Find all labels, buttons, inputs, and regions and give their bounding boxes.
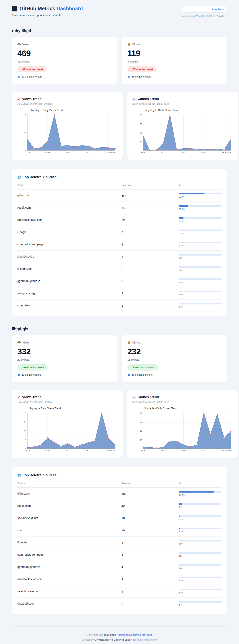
referral-count: 2 [122, 602, 179, 605]
unique-count: 63 unique visitors [22, 374, 41, 376]
svg-text:03/29: 03/29 [226, 152, 231, 154]
title-accent: Dashboard [56, 6, 83, 12]
delta-badge: ↓ 68% vs last week [17, 66, 46, 72]
svg-text:13: 13 [140, 141, 142, 143]
table-row: rubystacknews.com 72 11.3% [17, 214, 222, 226]
svg-text:03/25: 03/25 [201, 152, 206, 154]
referral-percent: 21.9% [179, 205, 222, 210]
globe-icon [17, 175, 21, 179]
referral-count: 8 [122, 230, 179, 234]
dashboard-page: GitHub Metrics Dashboard Traffic analyti… [6, 0, 233, 644]
referral-count: 4 [122, 292, 179, 295]
column-referrals: Referrals [122, 184, 179, 186]
footer-line-2: Created by Germán Alberto Giménez Silva … [12, 638, 227, 642]
table-row: ggerman.github.io 6 0.9% [17, 275, 222, 287]
referral-count: 388 [122, 492, 179, 495]
svg-text:03/22: 03/22 [181, 450, 186, 452]
percent-bar-track [179, 217, 222, 219]
table-row: reddit.com 140 21.9% [17, 202, 222, 214]
section-libgd-gis: libgd-gis Views 332 23 avg/day ↑ 116% vs… [12, 327, 227, 614]
referral-percent: 1.3% [179, 242, 222, 247]
svg-text:03/29: 03/29 [111, 152, 115, 154]
svg-text:0: 0 [141, 448, 142, 450]
percent-label: 2.1% [179, 530, 222, 533]
svg-text:03/19: 03/19 [45, 152, 50, 154]
percent-bar-track [179, 303, 222, 304]
svg-text:116: 116 [23, 412, 26, 414]
percent-label: 0.3% [179, 306, 222, 308]
chart-card-subtitle: Daily views over the last 30 days [17, 102, 118, 105]
referral-percent: 0.8% [179, 564, 222, 570]
percent-label: 1.3% [179, 232, 222, 235]
views-stat-card: Views 332 23 avg/day ↑ 116% vs last week… [12, 335, 117, 382]
percent-bar-fill [179, 528, 180, 529]
views-trend-card: Views Trend Daily views over the last 30… [12, 92, 123, 160]
referral-count: 2 [122, 304, 179, 307]
unique-count: 55 unique cloners [132, 75, 151, 78]
svg-text:03/22: 03/22 [181, 152, 186, 154]
svg-text:03/16: 03/16 [25, 152, 30, 154]
percent-bar-fill [179, 491, 214, 492]
percent-bar-track [179, 291, 222, 292]
page-header: GitHub Metrics Dashboard Traffic analyti… [12, 6, 227, 18]
referral-count: 140 [122, 206, 179, 210]
referral-percent: 1.3% [179, 266, 222, 271]
referral-source: t.co [17, 529, 122, 532]
svg-text:03/25: 03/25 [86, 450, 90, 452]
percent-bar-fill [179, 564, 179, 566]
referral-count: 384 [122, 194, 179, 197]
percent-label: 60.0% [179, 196, 222, 198]
people-icon [128, 373, 130, 376]
title-primary: GitHub Metrics [20, 6, 55, 12]
percent-label: 1.3% [179, 269, 222, 271]
percent-bar-track [179, 278, 222, 280]
views-trend-chart: ruby-libgd - Daily Views Trend0448913417… [19, 108, 118, 156]
referral-percent: 0.4% [179, 601, 222, 606]
footer-line-3: Data from GitHub API • Historical data s… [12, 642, 227, 644]
svg-text:39: 39 [140, 123, 142, 125]
views-stat-card: Views 469 33 avg/day ↓ 68% vs last week … [12, 37, 117, 84]
clones-stat-card: Clones 119 8 avg/day ↓ 70% vs last week … [122, 37, 227, 84]
svg-text:53: 53 [140, 114, 142, 116]
stat-label: Views [22, 43, 30, 46]
chart-card-title: Views Trend [22, 97, 42, 101]
percent-bar-fill [179, 589, 179, 590]
svg-text:ruby-libgd - Daily Clones Tren: ruby-libgd - Daily Clones Trend [144, 109, 179, 112]
percent-bar-fill [179, 503, 182, 505]
percent-label: 0.4% [179, 604, 222, 606]
table-row: rubystacknews.com 4 0.8% [17, 573, 222, 586]
clones-trend-card: Clones Trend Daily clones over the last … [128, 92, 238, 160]
percent-label: 0.8% [179, 579, 222, 582]
referral-percent: 0.9% [179, 278, 222, 284]
stat-avg: 8 avg/day [128, 60, 222, 63]
percent-bar-fill [179, 217, 184, 219]
svg-text:03/28: 03/28 [222, 450, 226, 452]
header-right: Live Data Last updated: March 31, 2026 a… [181, 6, 227, 18]
referral-table-header: Source Referrals % [17, 184, 222, 190]
svg-text:58: 58 [24, 430, 26, 432]
chart-increasing-icon [16, 97, 20, 101]
percent-bar-track [179, 503, 222, 505]
referral-percent: 60.0% [179, 193, 222, 198]
column-source: Source [17, 482, 122, 485]
referral-count: 8 [122, 255, 179, 258]
referral-percent: 0.8% [179, 576, 222, 582]
package-icon [128, 341, 131, 344]
repo-link[interactable]: github.com/ggerman/ruby-libgd [118, 634, 152, 636]
unique-count: 121 unique visitors [22, 75, 42, 78]
percent-bar-track [179, 242, 222, 243]
percent-bar-fill [179, 540, 179, 542]
percent-bar-fill [179, 242, 179, 243]
stat-value: 119 [128, 49, 222, 58]
svg-text:0: 0 [26, 150, 26, 152]
referral-card-title: Top Referral Sources [23, 175, 56, 179]
stat-value: 232 [128, 347, 222, 356]
referral-percent: 2.1% [179, 516, 222, 520]
svg-text:179: 179 [23, 114, 26, 116]
svg-text:26: 26 [140, 132, 142, 134]
percent-bar-track [179, 491, 222, 492]
referral-source: social.vivaldi.net [17, 516, 122, 520]
svg-text:03/16: 03/16 [140, 152, 145, 154]
referral-percent: 82.2% [179, 491, 222, 496]
referral-count: 4 [122, 578, 179, 581]
